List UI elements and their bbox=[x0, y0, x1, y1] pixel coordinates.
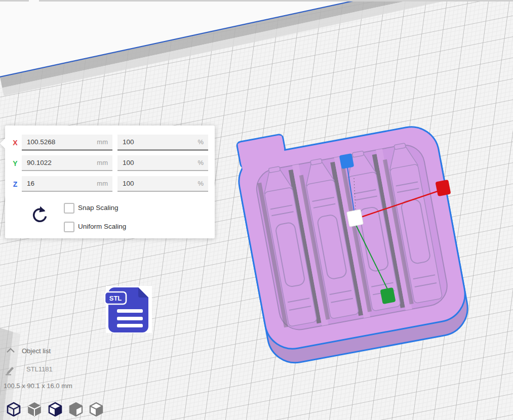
scale-z-mm-input[interactable]: 16 mm bbox=[22, 176, 112, 192]
stl-file-thumbnail: STL bbox=[105, 286, 152, 333]
y-scale-handle[interactable] bbox=[380, 287, 396, 304]
scale-x-mm-unit: mm bbox=[97, 138, 108, 146]
scale-z-percent-unit: % bbox=[198, 180, 204, 187]
z-axis-label: Z bbox=[10, 180, 20, 188]
uniform-scaling-label: Uniform Scaling bbox=[78, 223, 126, 230]
scale-y-percent-unit: % bbox=[198, 159, 204, 166]
uniform-scaling-checkbox[interactable] bbox=[64, 222, 74, 232]
scale-y-percent-value: 100 bbox=[123, 159, 134, 166]
scale-z-mm-unit: mm bbox=[97, 180, 108, 187]
scale-y-percent-input[interactable]: 100 % bbox=[117, 155, 208, 171]
x-axis-label: X bbox=[10, 139, 20, 147]
scale-x-percent-unit: % bbox=[198, 138, 204, 146]
view-cube-open-face-icon[interactable] bbox=[48, 402, 62, 416]
cura-workspace: { "scale_panel": { "rows": [ {"axis": "X… bbox=[0, 0, 513, 420]
view-cube-solid-icon[interactable] bbox=[27, 402, 42, 416]
snap-scaling-label: Snap Scaling bbox=[78, 204, 119, 212]
scale-z-percent-value: 100 bbox=[123, 180, 134, 187]
scale-y-mm-input[interactable]: 90.1022 mm bbox=[22, 155, 112, 171]
scale-y-mm-unit: mm bbox=[97, 159, 108, 166]
view-cube-wireframe-icon[interactable] bbox=[7, 402, 21, 416]
window-edge-strip bbox=[0, 0, 29, 2]
reset-scale-button[interactable] bbox=[29, 204, 50, 227]
window-edge-strip bbox=[39, 0, 513, 2]
selected-object-name[interactable]: STL1181 bbox=[26, 365, 53, 373]
model-crayon-mold[interactable] bbox=[231, 106, 472, 367]
stl-badge-label: STL bbox=[109, 295, 122, 302]
collapse-caret-icon[interactable] bbox=[6, 347, 16, 354]
model-dimensions: 100.5 x 90.1 x 16.0 mm bbox=[4, 382, 72, 390]
object-list-toggle[interactable]: Object list bbox=[22, 347, 51, 355]
scale-x-mm-value: 100.5268 bbox=[27, 138, 55, 146]
scale-z-percent-input[interactable]: 100 % bbox=[117, 176, 208, 192]
y-axis-label: Y bbox=[10, 159, 20, 167]
z-scale-handle[interactable] bbox=[339, 153, 354, 169]
center-scale-handle[interactable] bbox=[346, 209, 363, 227]
pencil-edit-icon[interactable] bbox=[5, 364, 17, 376]
scale-y-mm-value: 90.1022 bbox=[27, 159, 52, 166]
scale-x-percent-input[interactable]: 100 % bbox=[117, 135, 208, 151]
reset-arrow-icon bbox=[34, 206, 46, 222]
view-cube-top-face-icon[interactable] bbox=[89, 402, 103, 416]
scale-z-mm-value: 16 bbox=[27, 180, 34, 187]
scale-x-percent-value: 100 bbox=[123, 138, 134, 146]
x-scale-handle[interactable] bbox=[435, 180, 451, 196]
snap-scaling-checkbox[interactable] bbox=[64, 203, 74, 214]
scale-x-mm-input[interactable]: 100.5268 mm bbox=[22, 135, 112, 151]
scale-tool-panel: X 100.5268 mm 100 % Y 90.1022 mm 100 % Z… bbox=[5, 125, 215, 238]
view-cube-left-face-icon[interactable] bbox=[69, 402, 83, 416]
